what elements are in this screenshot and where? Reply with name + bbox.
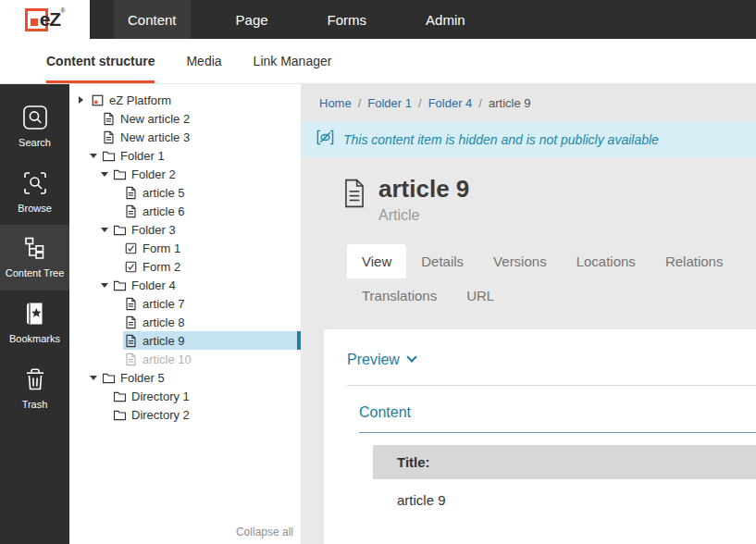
breadcrumb-link[interactable]: Folder 1 [367, 96, 412, 110]
tree-item[interactable]: article 10 [69, 350, 301, 368]
tree-item[interactable]: article 8 [69, 313, 301, 331]
content-tab-versions[interactable]: Versions [478, 244, 562, 278]
content-section-header: Content [359, 404, 756, 433]
expander-spacer [112, 183, 123, 202]
content-tab-locations[interactable]: Locations [562, 244, 651, 278]
folder-icon [113, 389, 127, 403]
top-tab-forms[interactable]: Forms [314, 0, 381, 39]
tree-item[interactable]: Directory 2 [69, 405, 301, 424]
tree-item[interactable]: Folder 3 [69, 220, 301, 239]
tree-item[interactable]: article 6 [69, 202, 301, 220]
tree-indent [69, 109, 90, 128]
article-icon [102, 130, 116, 144]
tree-item-body: eZ Platform [90, 91, 301, 109]
browse-icon [22, 170, 48, 196]
expander-icon[interactable] [90, 146, 101, 165]
tree-item[interactable]: Form 1 [69, 239, 301, 257]
tree-item-label: Folder 1 [120, 149, 165, 163]
top-tab-admin[interactable]: Admin [412, 0, 479, 39]
tree-item[interactable]: article 7 [69, 294, 301, 313]
tree-item-label: New article 2 [120, 112, 190, 126]
main-layout: SearchBrowseContent TreeBookmarksTrash e… [0, 83, 756, 544]
subnav-tab-content-structure[interactable]: Content structure [46, 39, 155, 83]
tree-item[interactable]: Folder 5 [69, 368, 301, 387]
tree-item-label: Directory 2 [131, 408, 190, 422]
folder-icon [102, 149, 116, 163]
tree-item[interactable]: eZ Platform [69, 91, 301, 109]
tree-item-body: Folder 1 [101, 146, 301, 165]
expander-icon[interactable] [101, 220, 112, 239]
expander-spacer [112, 202, 123, 220]
tree-indent [69, 276, 101, 294]
expander-icon[interactable] [90, 368, 101, 387]
expander-icon[interactable] [101, 276, 112, 294]
breadcrumb-link[interactable]: Folder 4 [428, 96, 473, 110]
tree-item[interactable]: Folder 4 [69, 276, 301, 294]
tree-item[interactable]: article 5 [69, 183, 301, 202]
tree-indent [69, 146, 90, 165]
top-tab-content[interactable]: Content [114, 0, 191, 39]
content-tab-view[interactable]: View [347, 244, 406, 278]
tree-item-label: Folder 3 [131, 223, 176, 237]
tree-item[interactable]: Directory 1 [69, 387, 301, 405]
content-tab-translations[interactable]: Translations [347, 278, 452, 313]
article-icon [124, 297, 138, 311]
sidebar-item-content-tree[interactable]: Content Tree [0, 225, 69, 291]
tree-indent [69, 128, 90, 146]
ez-logo[interactable]: eZ ® [0, 0, 90, 39]
sidebar-item-trash[interactable]: Trash [0, 356, 69, 422]
breadcrumb-link[interactable]: Home [319, 96, 352, 110]
tree-item-label: article 8 [143, 315, 185, 329]
tree-item[interactable]: article 9 [69, 331, 301, 350]
tree-item[interactable]: Form 2 [69, 257, 301, 276]
top-navigation-bar: eZ ® ContentPageFormsAdmin [0, 0, 756, 39]
article-icon [342, 176, 366, 208]
tree-item-body: Form 2 [123, 257, 301, 276]
tree-item[interactable]: New article 3 [69, 128, 301, 146]
sidebar-item-browse[interactable]: Browse [0, 160, 69, 226]
tree-item-body: Folder 3 [112, 220, 301, 239]
expander-icon[interactable] [101, 165, 112, 183]
folder-icon [102, 371, 116, 385]
tree-item-body: article 7 [123, 294, 301, 313]
content-tree-icon [22, 235, 48, 261]
expander-spacer [90, 109, 101, 128]
sidebar-item-label: Browse [18, 203, 52, 215]
left-sidebar: SearchBrowseContent TreeBookmarksTrash [0, 83, 69, 544]
article-icon [124, 334, 138, 348]
tree-indent [69, 294, 112, 313]
sidebar-item-label: Content Tree [6, 267, 65, 279]
tree-item[interactable]: New article 2 [69, 109, 301, 128]
tree-item[interactable]: Folder 1 [69, 146, 301, 165]
content-card: Preview Content Title:article 9 [324, 329, 756, 544]
hidden-eye-icon [316, 129, 335, 150]
breadcrumb-separator: / [478, 96, 482, 110]
article-icon [124, 315, 138, 329]
sidebar-item-search[interactable]: Search [0, 94, 69, 160]
content-tab-relations[interactable]: Relations [651, 244, 738, 278]
subnav-tab-media[interactable]: Media [186, 39, 221, 83]
preview-toggle[interactable]: Preview [347, 352, 756, 386]
content-tree-panel: eZ PlatformNew article 2New article 3Fol… [69, 83, 301, 544]
breadcrumb-separator: / [418, 96, 422, 110]
tree-item-body: New article 2 [101, 109, 301, 128]
sidebar-item-label: Search [19, 137, 51, 149]
tree-item-label: Folder 5 [120, 371, 165, 385]
expander-spacer [112, 294, 123, 313]
tree-item[interactable]: Folder 2 [69, 165, 301, 183]
sidebar-item-bookmarks[interactable]: Bookmarks [0, 291, 69, 356]
root-icon [91, 93, 105, 107]
alert-text: This content item is hidden and is not p… [343, 132, 659, 147]
content-tab-url[interactable]: URL [452, 278, 509, 313]
top-tab-page[interactable]: Page [222, 0, 282, 39]
expander-spacer [101, 387, 112, 405]
collapse-all-button[interactable]: Collapse all [236, 525, 293, 538]
tree-indent [69, 387, 101, 405]
subnav-tab-link-manager[interactable]: Link Manager [254, 39, 332, 83]
content-tab-details[interactable]: Details [406, 244, 478, 278]
trash-icon [22, 366, 48, 392]
page-header: article 9 Article [301, 157, 756, 224]
secondary-navigation: Content structureMediaLink Manager [0, 39, 756, 83]
expander-icon[interactable] [79, 91, 90, 109]
tree-item-body: article 6 [123, 202, 301, 220]
